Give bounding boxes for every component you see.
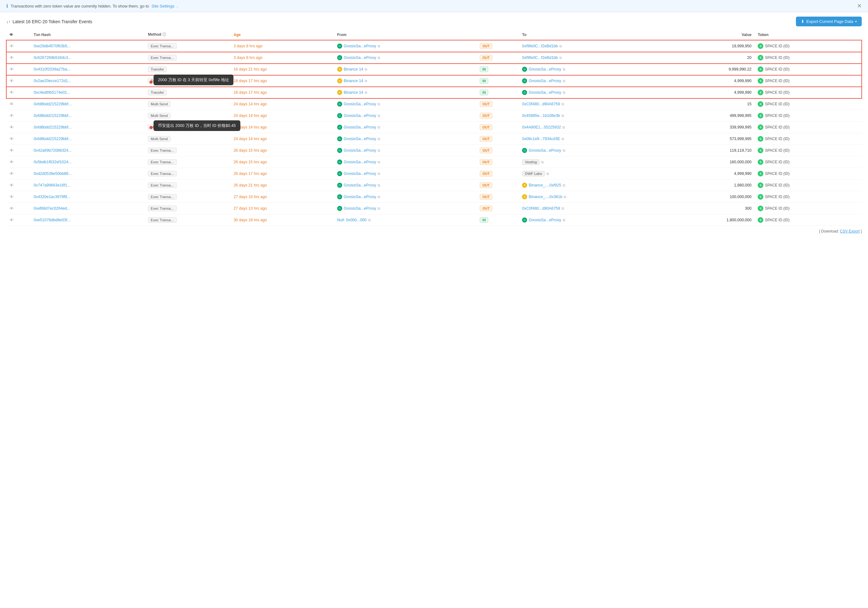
copy-to-icon[interactable]: ⧉ [563,218,565,222]
to-link[interactable]: GnosisSa...eProxy [529,90,561,95]
copy-to-icon[interactable]: ⧉ [563,79,565,83]
from-link[interactable]: Binance 14 [344,67,364,71]
copy-from-icon[interactable]: ⧉ [378,172,380,176]
from-link[interactable]: GnosisSa...eProxy [344,148,376,153]
txn-hash-link[interactable]: 0x4320e1ac3978f9... [34,195,70,199]
copy-from-icon[interactable]: ⧉ [365,67,367,71]
to-link[interactable]: 0x45885e...1b108e3b [522,113,560,118]
from-link[interactable]: GnosisSa...eProxy [344,125,376,129]
copy-to-icon[interactable]: ⧉ [541,160,544,164]
copy-from-icon[interactable]: ⧉ [378,183,380,188]
copy-to-icon[interactable]: ⧉ [563,67,565,71]
copy-from-icon[interactable]: ⧉ [368,218,371,222]
to-link[interactable]: 0xf9fe0C...f2eBd1bb [522,44,558,48]
eye-icon[interactable]: 👁 [9,125,14,130]
txn-hash-link[interactable]: 0x5267269b5344c3... [34,56,71,60]
to-link[interactable]: 0xf9fe0C...f2eBd1bb [522,56,558,60]
to-link[interactable]: 0x4A80E1...35225932 [522,125,561,129]
to-link[interactable]: GnosisSa...eProxy [529,218,561,222]
copy-from-icon[interactable]: ⧉ [365,79,367,83]
copy-to-icon[interactable]: ⧉ [547,172,549,176]
copy-from-icon[interactable]: ⧉ [365,91,367,95]
eye-icon[interactable]: 👁 [9,78,14,83]
csv-export-link[interactable]: CSV Export [840,229,860,234]
copy-to-icon[interactable]: ⧉ [563,91,565,95]
close-info-bar-button[interactable]: ✕ [857,3,862,9]
to-link[interactable]: 0xC0f480...d90A6759 [522,102,560,106]
site-settings-link[interactable]: Site Settings [152,4,175,8]
eye-cell[interactable]: 👁 [6,98,30,110]
method-info-icon[interactable]: ⓘ [162,32,166,37]
eye-icon[interactable]: 👁 [9,67,14,72]
copy-to-icon[interactable]: ⧉ [561,102,564,106]
eye-cell[interactable]: 👁 [6,145,30,157]
txn-hash-link[interactable]: 0xc4ed6fb5174e01... [34,90,70,95]
from-link[interactable]: GnosisSa...eProxy [344,113,376,118]
eye-icon[interactable]: 👁 [9,113,14,118]
copy-to-icon[interactable]: ⧉ [563,183,565,188]
copy-to-icon[interactable]: ⧉ [563,149,565,153]
txn-hash-link[interactable]: 0x5bdb1f632ef1024... [34,160,71,164]
to-link[interactable]: 0xC0f480...d90A6759 [522,206,560,211]
from-link[interactable]: GnosisSa...eProxy [344,195,376,199]
from-link[interactable]: Null: 0x000...000 [337,218,367,222]
txn-hash-link[interactable]: 0x747a99663e16f1... [34,183,70,188]
to-link[interactable]: GnosisSa...eProxy [529,148,561,153]
from-link[interactable]: GnosisSa...eProxy [344,183,376,188]
eye-cell[interactable]: 👁 [6,75,30,87]
from-link[interactable]: GnosisSa...eProxy [344,102,376,106]
eye-cell[interactable]: 👁 [6,191,30,203]
txn-hash-link[interactable]: 0x4310f2039a27ba... [34,67,70,71]
from-link[interactable]: GnosisSa...eProxy [344,206,376,211]
eye-icon[interactable]: 👁 [9,102,14,107]
copy-from-icon[interactable]: ⧉ [378,137,380,141]
copy-from-icon[interactable]: ⧉ [378,160,380,164]
eye-cell[interactable]: 👁 [6,87,30,98]
to-link[interactable]: GnosisSa...eProxy [529,67,561,71]
copy-from-icon[interactable]: ⧉ [378,206,380,211]
eye-cell[interactable]: 👁 [6,214,30,226]
from-link[interactable]: GnosisSa...eProxy [344,44,376,48]
to-link[interactable]: Binance_....0xf925 [529,183,561,188]
eye-cell[interactable]: 👁 [6,64,30,75]
eye-icon[interactable]: 👁 [9,206,14,211]
to-link[interactable]: Binance_....0x381b [529,195,562,199]
to-link[interactable]: 0x08c1e9...7934cd3E [522,136,560,141]
eye-icon[interactable]: 👁 [9,217,14,222]
txn-hash-link[interactable]: 0x2ae20ecce172d1... [34,79,71,83]
from-link[interactable]: Binance 14 [344,79,364,83]
eye-cell[interactable]: 👁 [6,110,30,122]
eye-icon[interactable]: 👁 [9,55,14,60]
from-link[interactable]: GnosisSa...eProxy [344,136,376,141]
txn-hash-link[interactable]: 0xd2d0539e50bb88... [34,171,71,176]
eye-cell[interactable]: 👁 [6,122,30,133]
eye-icon[interactable]: 👁 [9,43,14,48]
eye-icon[interactable]: 👁 [9,136,14,141]
eye-icon[interactable]: 👁 [9,160,14,164]
from-link[interactable]: GnosisSa...eProxy [344,56,376,60]
copy-from-icon[interactable]: ⧉ [378,56,380,60]
from-link[interactable]: GnosisSa...eProxy [344,160,376,164]
eye-icon[interactable]: 👁 [9,171,14,176]
txn-hash-link[interactable]: 0xe29db4570f63b5... [34,44,70,48]
eye-cell[interactable]: 👁 [6,180,30,191]
eye-cell[interactable]: 👁 [6,168,30,180]
copy-to-icon[interactable]: ⧉ [561,206,564,211]
eye-icon[interactable]: 👁 [9,194,14,199]
copy-to-icon[interactable]: ⧉ [560,56,562,60]
copy-to-icon[interactable]: ⧉ [560,44,562,48]
copy-from-icon[interactable]: ⧉ [378,102,380,106]
eye-icon[interactable]: 👁 [9,183,14,188]
txn-hash-link[interactable]: 0xfd8bdd215229bbf... [34,136,71,141]
txn-hash-link[interactable]: 0xe51076dbd8e03f... [34,218,70,222]
copy-to-icon[interactable]: ⧉ [563,126,565,129]
eye-icon[interactable]: 👁 [9,90,14,95]
copy-to-icon[interactable]: ⧉ [564,195,566,199]
eye-cell[interactable]: 👁 [6,40,30,52]
copy-to-icon[interactable]: ⧉ [561,114,564,118]
copy-from-icon[interactable]: ⧉ [378,195,380,199]
eye-cell[interactable]: 👁 [6,157,30,168]
eye-cell[interactable]: 👁 [6,203,30,214]
copy-from-icon[interactable]: ⧉ [378,44,380,48]
eye-cell[interactable]: 👁 [6,52,30,64]
